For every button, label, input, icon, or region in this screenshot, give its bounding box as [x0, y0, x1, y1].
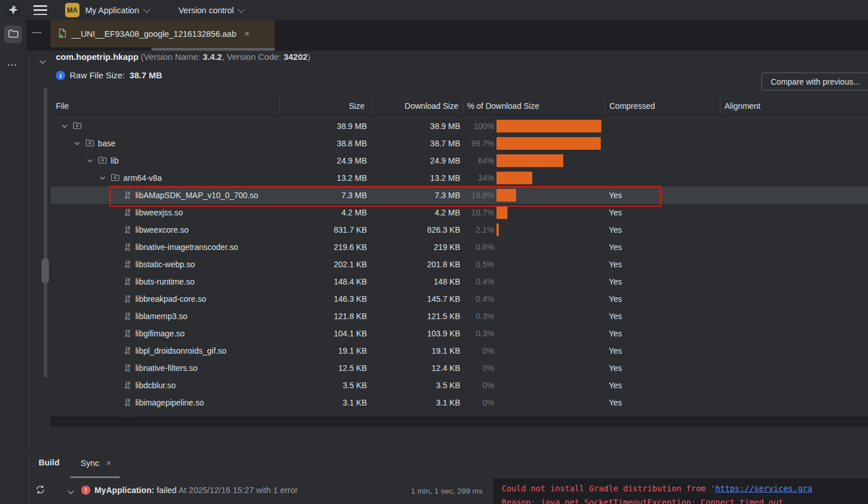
- table-row[interactable]: arm64-v8a13.2 MB13.2 MB34%: [51, 169, 868, 187]
- table-row[interactable]: 1001libweexjss.so4.2 MB4.2 MB10.7%Yes: [51, 204, 868, 221]
- minimize-icon[interactable]: —: [32, 27, 44, 37]
- table-row[interactable]: 1001libpl_droidsonroids_gif.so19.1 KB19.…: [51, 342, 868, 359]
- table-row[interactable]: 1001libdcblur.so3.5 KB3.5 KB0%Yes: [51, 377, 868, 394]
- column-header-compressed[interactable]: Compressed: [605, 97, 720, 115]
- folder-icon: [85, 139, 94, 149]
- column-header-size[interactable]: Size: [279, 97, 373, 115]
- download-size-value: 219 KB: [373, 242, 463, 252]
- file-name: lib: [111, 156, 119, 165]
- status-chevron-down-icon[interactable]: [67, 487, 74, 496]
- table-row[interactable]: 1001libimagepipeline.so3.1 KB3.1 KB0%Yes: [51, 394, 868, 411]
- table-row[interactable]: 1001libAMapSDK_MAP_v10_0_700.so7.3 MB7.3…: [51, 187, 868, 204]
- size-value: 3.1 KB: [279, 398, 373, 407]
- table-header: File Size Download Size % of Download Si…: [51, 97, 868, 115]
- size-value: 3.5 KB: [279, 381, 373, 390]
- download-size-value: 4.2 MB: [373, 208, 463, 217]
- download-size-value: 7.3 MB: [373, 191, 463, 200]
- version-info-mid: , Version Code:: [222, 52, 283, 62]
- table-row[interactable]: 1001libbreakpad-core.so146.3 KB145.7 KB0…: [51, 290, 868, 308]
- column-header-file[interactable]: File: [51, 97, 279, 115]
- compressed-value: Yes: [605, 260, 720, 269]
- size-value: 202.1 KB: [279, 260, 373, 269]
- more-tool-windows-icon[interactable]: ⋯: [7, 59, 18, 71]
- size-value: 148.4 KB: [279, 277, 373, 286]
- pct-download-value: 0.4%: [463, 277, 494, 286]
- android-file-icon: [58, 28, 67, 40]
- pct-download-value: 0.3%: [463, 312, 494, 321]
- table-row[interactable]: 1001libnative-filters.so12.5 KB12.4 KB0%…: [51, 359, 868, 377]
- file-name: libbreakpad-core.so: [135, 294, 206, 304]
- table-row[interactable]: base38.8 MB38.7 MB99.7%: [51, 135, 868, 152]
- pct-download-value: 64%: [463, 156, 494, 165]
- tab-sync[interactable]: Sync ×: [81, 458, 111, 468]
- pct-download-value: 0.6%: [463, 242, 494, 252]
- gutter-chevron-down-icon[interactable]: [39, 56, 46, 66]
- chevron-down-icon: [237, 6, 245, 13]
- close-icon[interactable]: ×: [106, 458, 111, 468]
- column-header-alignment[interactable]: Alignment: [720, 97, 868, 115]
- vertical-scrollbar-thumb[interactable]: [41, 258, 49, 283]
- vertical-scrollbar-track[interactable]: [44, 88, 47, 377]
- table-bottom-scroll-track[interactable]: [51, 416, 868, 427]
- table-row[interactable]: 1001libuts-runtime.so148.4 KB148 KB0.4%Y…: [51, 273, 868, 290]
- download-size-value: 13.2 MB: [373, 173, 463, 183]
- binary-file-icon: 1001: [123, 295, 132, 303]
- binary-file-icon: 1001: [123, 260, 132, 268]
- project-name-label: My Application: [85, 6, 139, 15]
- table-row[interactable]: lib24.9 MB24.9 MB64%: [51, 152, 868, 169]
- console-line-1: Could not install Gradle distribution fr…: [502, 482, 868, 495]
- binary-file-icon: 1001: [123, 364, 132, 372]
- table-row[interactable]: 1001lib…1.6 KB1.6 KB0%Yes: [51, 411, 868, 416]
- left-tool-stripe: [0, 20, 26, 504]
- binary-file-icon: 1001: [123, 399, 132, 407]
- tab-build[interactable]: Build: [39, 458, 59, 467]
- binary-file-icon: 1001: [123, 191, 132, 199]
- compressed-value: Yes: [605, 277, 720, 286]
- horizontal-scrollbar-thumb[interactable]: [151, 48, 275, 51]
- download-size-value: 38.7 MB: [373, 139, 463, 148]
- close-icon[interactable]: ×: [244, 29, 249, 39]
- download-size-value: 38.9 MB: [373, 122, 463, 131]
- download-size-value: 19.1 KB: [373, 346, 463, 355]
- tree-expand-chevron-icon[interactable]: [85, 159, 94, 162]
- column-header-pct-download[interactable]: % of Download Size: [463, 97, 605, 115]
- table-row[interactable]: 1001libgifimage.so104.1 KB103.9 KB0.3%Ye…: [51, 325, 868, 342]
- status-result: failed: [157, 486, 177, 495]
- binary-file-icon: 1001: [123, 347, 132, 355]
- hamburger-menu-icon[interactable]: [33, 5, 47, 15]
- refresh-icon[interactable]: [35, 484, 46, 497]
- download-size-value: 12.4 KB: [373, 363, 463, 373]
- download-size-value: 201.8 KB: [373, 260, 463, 269]
- project-tool-window-button[interactable]: [4, 25, 22, 43]
- download-size-value: 826.3 KB: [373, 225, 463, 234]
- pct-download-value: 10.7%: [463, 208, 494, 217]
- table-row[interactable]: 1001liblamemp3.so121.8 KB121.5 KB0.3%Yes: [51, 308, 868, 325]
- column-header-download-size[interactable]: Download Size: [373, 97, 463, 115]
- size-value: 19.1 KB: [279, 346, 373, 355]
- file-name: libweexjss.so: [135, 208, 183, 217]
- version-control-label: Version control: [179, 6, 234, 15]
- binary-file-icon: 1001: [123, 278, 132, 286]
- table-row[interactable]: 1001libstatic-webp.so202.1 KB201.8 KB0.5…: [51, 256, 868, 273]
- tab-aab-file[interactable]: __UNI__EF93A08_google_1216132856.aab ×: [51, 20, 275, 47]
- tree-expand-chevron-icon[interactable]: [73, 142, 82, 145]
- android-studio-logo-icon: [6, 2, 21, 17]
- size-value: 831.7 KB: [279, 225, 373, 234]
- main-toolbar: MA My Application Version control: [0, 0, 868, 20]
- size-value: 13.2 MB: [279, 173, 373, 183]
- gradle-distribution-link[interactable]: https://services.gra: [715, 484, 813, 493]
- size-value: 146.3 KB: [279, 294, 373, 304]
- download-size-bar: [496, 120, 601, 132]
- project-selector[interactable]: My Application: [85, 0, 149, 20]
- table-row[interactable]: 38.9 MB38.9 MB100%: [51, 118, 868, 135]
- size-value: 4.2 MB: [279, 208, 373, 217]
- compare-with-previous-button[interactable]: Compare with previous...: [761, 73, 868, 90]
- table-row[interactable]: 1001libnative-imagetranscoder.so219.6 KB…: [51, 238, 868, 256]
- pct-download-value: 99.7%: [463, 139, 494, 148]
- tree-expand-chevron-icon[interactable]: [60, 124, 69, 128]
- table-row[interactable]: 1001libweexcore.so831.7 KB826.3 KB2.1%Ye…: [51, 221, 868, 238]
- download-size-bar: [496, 206, 507, 219]
- build-panel-divider: [26, 451, 868, 452]
- tree-expand-chevron-icon[interactable]: [98, 176, 107, 180]
- version-control-selector[interactable]: Version control: [179, 0, 243, 20]
